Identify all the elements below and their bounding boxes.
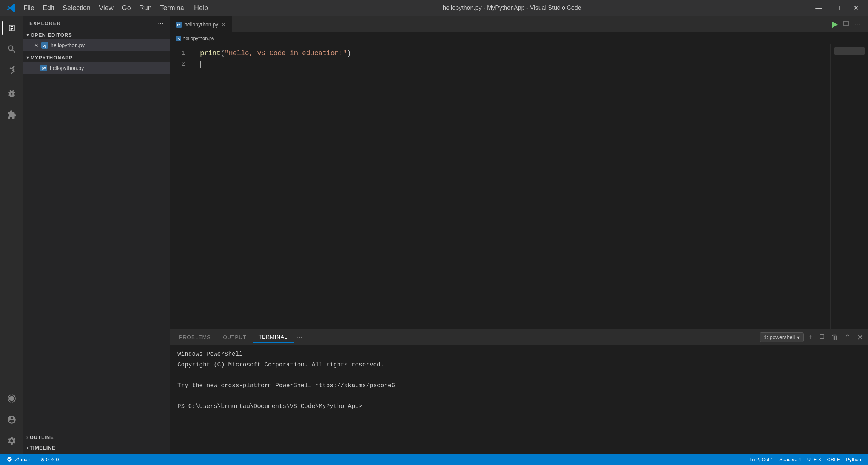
activity-bar [0, 16, 23, 454]
outline-section: › OUTLINE [23, 433, 170, 442]
menu-terminal[interactable]: Terminal [156, 3, 190, 14]
terminal-tab-problems[interactable]: PROBLEMS [173, 332, 217, 343]
breadcrumb-py-icon: py [176, 36, 181, 41]
timeline-header[interactable]: › TIMELINE [23, 443, 170, 452]
terminal-close-button[interactable]: ✕ [856, 331, 865, 343]
terminal-line-5 [177, 391, 860, 401]
py-file-icon-2: py [40, 64, 48, 72]
terminal-more-button[interactable]: ··· [294, 332, 305, 343]
shell-selector[interactable]: 1: powershell ▾ [760, 332, 804, 342]
menu-bar: File Edit Selection View Go Run Terminal… [20, 3, 212, 14]
activity-extensions[interactable] [2, 105, 22, 125]
code-editor[interactable]: 1 2 print("Hello, VS Code in education!"… [170, 44, 868, 329]
token-open-paren: ( [220, 48, 225, 59]
terminal-actions: 1: powershell ▾ + 🗑 ⌃ ✕ [760, 331, 865, 343]
sidebar: EXPLORER ··· ▾ OPEN EDITORS ✕ py hellopy… [23, 16, 170, 454]
shell-selector-label: 1: powershell [764, 334, 795, 340]
activity-account[interactable] [2, 410, 22, 429]
activity-docker[interactable] [2, 389, 22, 408]
activity-search[interactable] [2, 39, 22, 59]
code-line-1: print("Hello, VS Code in education!") [200, 48, 830, 59]
mypythonapp-title: MYPYTHONAPP [31, 55, 72, 60]
terminal-collapse-button[interactable]: ⌃ [843, 331, 853, 343]
open-editors-title: OPEN EDITORS [31, 32, 72, 38]
terminal-tab-terminal[interactable]: TERMINAL [253, 332, 294, 343]
window-controls: — □ ✕ [812, 2, 862, 14]
status-bar: ⎇ main ⊗ 0 ⚠ 0 Ln 2, Col 1 Spaces: 4 UTF… [0, 454, 868, 465]
menu-edit[interactable]: Edit [39, 3, 58, 14]
terminal-tab-output[interactable]: OUTPUT [217, 332, 252, 343]
terminal-content[interactable]: Windows PowerShell Copyright (C) Microso… [170, 345, 868, 454]
status-indentation[interactable]: Spaces: 4 [777, 456, 803, 463]
activity-source-control[interactable] [2, 60, 22, 80]
more-actions-button[interactable]: ··· [853, 19, 862, 30]
close-file-icon[interactable]: ✕ [34, 42, 39, 48]
timeline-title: TIMELINE [30, 445, 56, 451]
terminal-delete-button[interactable]: 🗑 [829, 331, 840, 343]
line-num-2: 2 [170, 59, 185, 70]
activity-settings[interactable] [2, 431, 22, 451]
status-cursor-position[interactable]: Ln 2, Col 1 [747, 456, 775, 463]
menu-view[interactable]: View [95, 3, 117, 14]
terminal-split-button[interactable] [817, 331, 826, 343]
activity-run-debug[interactable] [2, 84, 22, 104]
minimap-code [834, 47, 865, 55]
open-editors-arrow: ▾ [26, 32, 29, 38]
vscode-logo [6, 3, 17, 13]
status-remote[interactable]: ⎇ main [5, 456, 34, 463]
status-line-ending[interactable]: CRLF [825, 456, 842, 463]
line-num-1: 1 [170, 48, 185, 59]
split-editor-button[interactable] [841, 19, 851, 30]
minimize-button[interactable]: — [812, 3, 825, 14]
explorer-title: EXPLORER [29, 20, 61, 26]
status-encoding[interactable]: UTF-8 [805, 456, 823, 463]
window-title: hellopython.py - MyPythonApp - Visual St… [212, 5, 812, 11]
breadcrumb-file[interactable]: py hellopython.py [176, 36, 214, 41]
menu-selection[interactable]: Selection [59, 3, 94, 14]
terminal-area: PROBLEMS OUTPUT TERMINAL ··· 1: powershe… [170, 329, 868, 454]
terminal-tabs: PROBLEMS OUTPUT TERMINAL ··· 1: powershe… [170, 329, 868, 345]
timeline-arrow: › [26, 445, 28, 451]
menu-run[interactable]: Run [136, 3, 156, 14]
outline-header[interactable]: › OUTLINE [23, 433, 170, 442]
terminal-line-4: Try the new cross-platform PowerShell ht… [177, 381, 860, 391]
run-button[interactable]: ▶ [830, 18, 840, 31]
editor-area: py hellopython.py ✕ ▶ ··· py hellopython… [170, 16, 868, 454]
menu-go[interactable]: Go [118, 3, 135, 14]
py-file-icon: py [41, 42, 48, 49]
tab-hellopython[interactable]: py hellopython.py ✕ [170, 16, 232, 32]
tab-label: hellopython.py [184, 22, 218, 28]
code-content[interactable]: print("Hello, VS Code in education!") [193, 44, 830, 329]
terminal-line-1: Windows PowerShell [177, 350, 860, 360]
close-button[interactable]: ✕ [850, 2, 862, 14]
timeline-section: › TIMELINE [23, 443, 170, 452]
outline-title: OUTLINE [30, 434, 54, 440]
open-editor-filename: hellopython.py [51, 42, 85, 48]
file-hellopython-label: hellopython.py [50, 65, 84, 71]
explorer-more-button[interactable]: ··· [158, 19, 163, 27]
breadcrumb-filename: hellopython.py [183, 36, 214, 41]
open-editor-hellopython[interactable]: ✕ py hellopython.py [23, 39, 170, 51]
token-print: print [200, 48, 220, 59]
status-branch-icon: ⎇ [14, 457, 19, 462]
activity-explorer[interactable] [2, 18, 22, 38]
code-line-2 [200, 59, 830, 70]
tab-close-button[interactable]: ✕ [221, 22, 226, 28]
status-errors-label: ⊗ 0 ⚠ 0 [40, 457, 59, 462]
status-bar-right: Ln 2, Col 1 Spaces: 4 UTF-8 CRLF Python [747, 456, 863, 463]
terminal-add-button[interactable]: + [807, 331, 814, 343]
line-numbers: 1 2 [170, 44, 193, 329]
sidebar-header: EXPLORER ··· [23, 16, 170, 30]
file-hellopython[interactable]: py hellopython.py [23, 62, 170, 74]
mypythonapp-arrow: ▾ [26, 54, 29, 60]
status-errors[interactable]: ⊗ 0 ⚠ 0 [38, 456, 61, 463]
tab-bar: py hellopython.py ✕ ▶ ··· [170, 16, 868, 33]
menu-help[interactable]: Help [190, 3, 212, 14]
open-editors-header[interactable]: ▾ OPEN EDITORS [23, 30, 170, 39]
title-bar: File Edit Selection View Go Run Terminal… [0, 0, 868, 16]
maximize-button[interactable]: □ [833, 3, 843, 14]
breadcrumb: py hellopython.py [170, 33, 868, 44]
menu-file[interactable]: File [20, 3, 38, 14]
status-language[interactable]: Python [844, 456, 863, 463]
mypythonapp-header[interactable]: ▾ MYPYTHONAPP [23, 53, 170, 62]
